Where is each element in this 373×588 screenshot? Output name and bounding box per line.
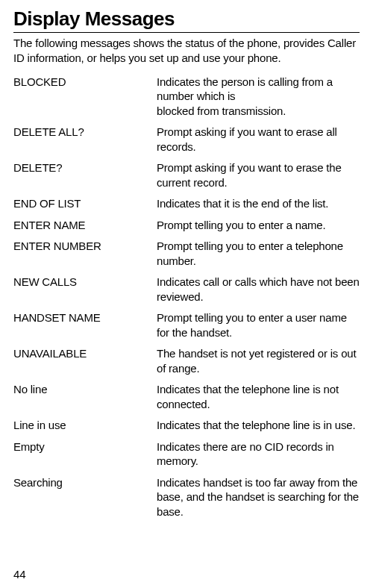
message-description: Indicates handset is too far away from t… [157, 472, 360, 522]
table-row: EmptyIndicates there are no CID records … [13, 436, 360, 472]
message-term: ENTER NAME [13, 214, 157, 236]
table-row: ENTER NUMBERPrompt telling you to enter … [13, 236, 360, 272]
message-term: Line in use [13, 415, 157, 437]
message-term: BLOCKED [13, 71, 157, 122]
message-description: Indicates that it is the end of the list… [157, 193, 360, 215]
message-description: Prompt asking if you want to erase all r… [157, 122, 360, 157]
table-row: UNAVAILABLEThe handset is not yet regist… [13, 343, 360, 379]
message-term: END OF LIST [13, 193, 157, 215]
table-row: DELETE ALL?Prompt asking if you want to … [13, 122, 360, 157]
message-description: Indicates the person is calling from a n… [157, 71, 360, 122]
message-term: Empty [13, 436, 157, 472]
message-term: ENTER NUMBER [13, 236, 157, 272]
message-term: HANDSET NAME [13, 307, 157, 343]
message-description: Prompt telling you to enter a user name … [157, 307, 360, 343]
table-row: Line in useIndicates that the telephone … [13, 415, 360, 437]
messages-table: BLOCKEDIndicates the person is calling f… [13, 71, 360, 522]
message-term: NEW CALLS [13, 272, 157, 307]
message-term: DELETE? [13, 157, 157, 193]
message-description: Indicates that the telephone line is in … [157, 415, 360, 437]
intro-text: The following messages shows the status … [13, 36, 360, 65]
message-description: Indicates there are no CID records in me… [157, 436, 360, 472]
table-row: HANDSET NAMEPrompt telling you to enter … [13, 307, 360, 343]
table-row: DELETE?Prompt asking if you want to eras… [13, 157, 360, 193]
message-description: Prompt telling you to enter a telephone … [157, 236, 360, 272]
message-description: The handset is not yet registered or is … [157, 343, 360, 379]
message-term: UNAVAILABLE [13, 343, 157, 379]
page-title: Display Messages [13, 7, 360, 31]
title-divider [13, 32, 360, 33]
message-description: Prompt asking if you want to erase the c… [157, 157, 360, 193]
message-term: No line [13, 379, 157, 415]
message-term: DELETE ALL? [13, 122, 157, 157]
table-row: BLOCKEDIndicates the person is calling f… [13, 71, 360, 122]
page-number: 44 [13, 568, 26, 581]
table-row: ENTER NAMEPrompt telling you to enter a … [13, 214, 360, 236]
table-row: NEW CALLSIndicates call or calls which h… [13, 272, 360, 307]
table-row: No lineIndicates that the telephone line… [13, 379, 360, 415]
message-description: Indicates that the telephone line is not… [157, 379, 360, 415]
message-term: Searching [13, 472, 157, 522]
message-description: Indicates call or calls which have not b… [157, 272, 360, 307]
table-row: END OF LISTIndicates that it is the end … [13, 193, 360, 215]
message-description: Prompt telling you to enter a name. [157, 214, 360, 236]
table-row: SearchingIndicates handset is too far aw… [13, 472, 360, 522]
